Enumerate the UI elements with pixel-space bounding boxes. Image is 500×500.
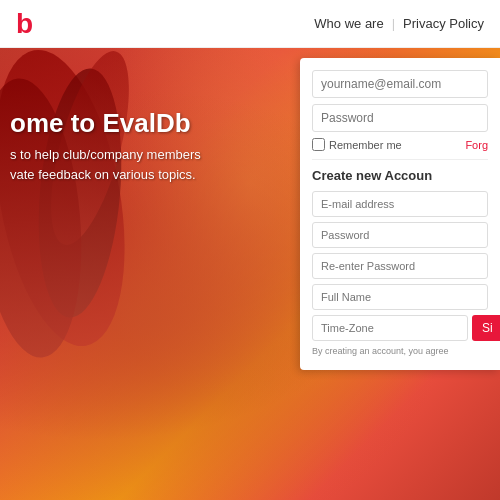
timezone-row: Si xyxy=(312,315,488,341)
navigation: Who we are | Privacy Policy xyxy=(314,16,484,31)
register-email-input[interactable] xyxy=(312,191,488,217)
nav-divider: | xyxy=(392,16,395,31)
login-password-input[interactable] xyxy=(312,104,488,132)
header: b Who we are | Privacy Policy xyxy=(0,0,500,48)
create-account-section: Create new Accoun Si By creating an acco… xyxy=(312,159,488,358)
auth-panel: Remember me Forg Create new Accoun Si By… xyxy=(300,58,500,370)
remember-me-checkbox[interactable] xyxy=(312,138,325,151)
register-timezone-input[interactable] xyxy=(312,315,468,341)
register-fullname-input[interactable] xyxy=(312,284,488,310)
register-reenter-password-input[interactable] xyxy=(312,253,488,279)
hero-section: ome to EvalDb s to help club/company mem… xyxy=(0,48,500,500)
hero-subtitle-line1: s to help club/company members xyxy=(10,147,201,162)
remember-me-label: Remember me xyxy=(329,139,402,151)
login-section: Remember me Forg xyxy=(312,70,488,151)
hero-title: ome to EvalDb xyxy=(10,108,201,139)
who-we-are-link[interactable]: Who we are xyxy=(314,16,383,31)
login-email-input[interactable] xyxy=(312,70,488,98)
remember-row: Remember me Forg xyxy=(312,138,488,151)
create-account-title: Create new Accoun xyxy=(312,168,488,183)
register-submit-button[interactable]: Si xyxy=(472,315,500,341)
register-password-input[interactable] xyxy=(312,222,488,248)
remember-left: Remember me xyxy=(312,138,402,151)
forgot-password-link[interactable]: Forg xyxy=(465,139,488,151)
logo: b xyxy=(16,8,33,40)
hero-subtitle: s to help club/company members vate feed… xyxy=(10,145,201,184)
privacy-policy-link[interactable]: Privacy Policy xyxy=(403,16,484,31)
terms-text: By creating an account, you agree xyxy=(312,346,488,358)
hero-text-block: ome to EvalDb s to help club/company mem… xyxy=(10,108,201,184)
hero-subtitle-line2: vate feedback on various topics. xyxy=(10,167,196,182)
